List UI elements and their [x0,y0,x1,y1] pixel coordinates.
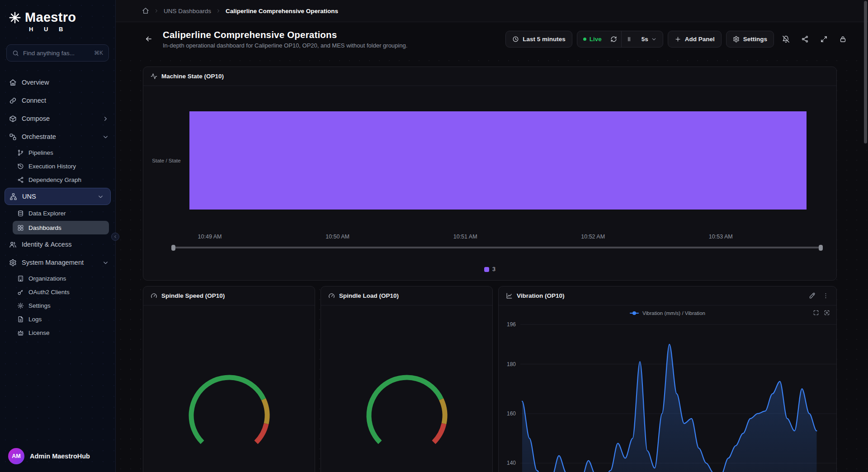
sidebar-item-label: UNS [22,193,36,200]
search-shortcut: ⌘K [94,50,103,56]
activity-icon [151,73,157,80]
home-icon[interactable] [142,7,149,14]
breadcrumb-separator-icon [216,8,221,14]
breadcrumb-separator-icon [154,8,159,14]
identity-icon [9,241,17,248]
sidebar-item-label: Settings [28,302,51,309]
sidebar-item-connect[interactable]: Connect [0,91,115,110]
sidebar-item-execution-history[interactable]: Execution History [0,159,115,173]
brand: Maestro H U B [0,0,115,33]
sidebar-item-data-explorer[interactable]: Data Explorer [0,206,115,220]
brand-name: Maestro [25,10,76,25]
sidebar-item-license[interactable]: License [0,326,115,339]
lock-button[interactable] [835,32,850,46]
pause-icon [626,36,632,43]
series-legend-item[interactable]: Vibration (mm/s) / Vibration [642,310,705,316]
edit-panel-icon[interactable] [809,292,816,299]
sidebar-item-settings[interactable]: Settings [0,299,115,312]
sidebar-item-compose[interactable]: Compose [0,110,115,128]
sidebar-item-organizations[interactable]: Organizations [0,272,115,285]
sidebar-item-dependency-graph[interactable]: Dependency Graph [0,173,115,186]
panel-spindle-load: Spindle Load (OP10) [321,286,493,472]
sidebar-collapse-button[interactable] [111,233,119,241]
sidebar-item-uns[interactable]: UNS [5,188,111,205]
sidebar-item-orchestrate[interactable]: Orchestrate [0,128,115,146]
sidebar-item-overview[interactable]: Overview [0,73,115,91]
reset-zoom-icon[interactable] [824,310,830,316]
orchestrate-icon [9,133,17,141]
gear-icon [9,259,17,267]
live-dot [583,38,586,41]
state-legend-item[interactable]: 3 [143,266,836,272]
panel-title: Vibration (OP10) [517,292,565,299]
refresh-button[interactable] [606,31,621,47]
panel-spindle-speed: Spindle Speed (OP10) [143,286,315,472]
dashboard-content: Machine State (OP10) State / State 10:49… [116,56,868,472]
user-profile[interactable]: AM Admin MaestroHub [0,441,115,472]
sidebar-item-label: Organizations [28,275,66,282]
panel-menu-icon[interactable] [822,292,829,299]
search-input[interactable]: Find anything fas... ⌘K [6,44,109,62]
sidebar-item-label: Dashboards [28,224,61,231]
box-zoom-icon[interactable] [813,310,819,316]
time-axis-tick: 10:53 AM [709,234,733,240]
panel-machine-state: Machine State (OP10) State / State 10:49… [143,67,837,281]
notifications-off-button[interactable] [778,32,793,46]
sidebar-item-identity-access[interactable]: Identity & Access [0,235,115,253]
scrollbar-thumb[interactable] [864,1,867,143]
breadcrumb-uns-dashboards[interactable]: UNS Dashboards [164,8,211,14]
sidebar-item-label: Identity & Access [22,241,71,248]
gear-icon [733,36,740,43]
sidebar-item-oauth2-clients[interactable]: OAuth2 Clients [0,285,115,299]
sidebar-item-pipelines[interactable]: Pipelines [0,146,115,159]
pipelines-icon [17,149,24,156]
breadcrumb-current-page: Caliperline Comprehensive Operations [226,8,338,14]
refresh-interval-select[interactable]: 5s [637,31,663,47]
legend-label: 3 [492,266,495,272]
time-range-button[interactable]: Last 5 minutes [505,31,572,48]
time-axis-tick: 10:49 AM [198,234,222,240]
slider-track[interactable] [171,247,823,248]
sidebar-item-label: System Management [22,259,84,266]
sidebar-item-logs[interactable]: Logs [0,312,115,326]
live-controls-group: Live 5s [577,31,663,48]
chevron-down-icon [651,36,657,42]
chevron-right-icon [102,115,109,122]
sidebar-item-system-management[interactable]: System Management [0,253,115,272]
sidebar-item-label: Dependency Graph [28,176,81,183]
time-axis-tick: 10:51 AM [453,234,477,240]
gauge-icon [328,292,335,299]
organizations-icon [17,275,24,282]
back-button[interactable] [142,32,156,46]
share-button[interactable] [797,32,812,46]
add-panel-button[interactable]: Add Panel [668,31,722,48]
time-range-label: Last 5 minutes [523,36,566,43]
sidebar-item-label: Overview [22,79,49,86]
live-indicator[interactable]: Live [577,31,606,47]
chevron-down-icon [97,193,104,200]
sidebar-item-label: Compose [22,115,50,122]
panel-title: Machine State (OP10) [161,73,224,80]
clock-icon [512,36,519,43]
gauge-icon [151,292,157,299]
time-axis-tick: 10:52 AM [581,234,605,240]
maestro-logo-icon [8,11,22,24]
slider-handle-right[interactable] [819,245,823,251]
brand-subtitle: H U B [29,26,107,33]
chevron-down-icon [102,259,109,266]
y-axis-tick: 140 [507,460,516,466]
pause-button[interactable] [622,31,637,47]
time-range-slider[interactable] [171,244,823,251]
database-icon [17,210,24,217]
settings-button[interactable]: Settings [726,31,774,48]
sidebar-item-dashboards[interactable]: Dashboards [13,221,109,234]
vibration-chart-body: Vibration (mm/s) / Vibration 19618016014… [499,305,836,472]
share-icon [801,35,809,43]
dashboard-controls: Last 5 minutes Live 5s [505,31,850,48]
sidebar-item-label: Execution History [28,163,76,170]
slider-handle-left[interactable] [171,245,175,251]
dashboards-icon [17,224,24,231]
sidebar-item-label: Logs [28,316,42,323]
avatar: AM [8,448,24,464]
fullscreen-button[interactable] [816,32,831,46]
